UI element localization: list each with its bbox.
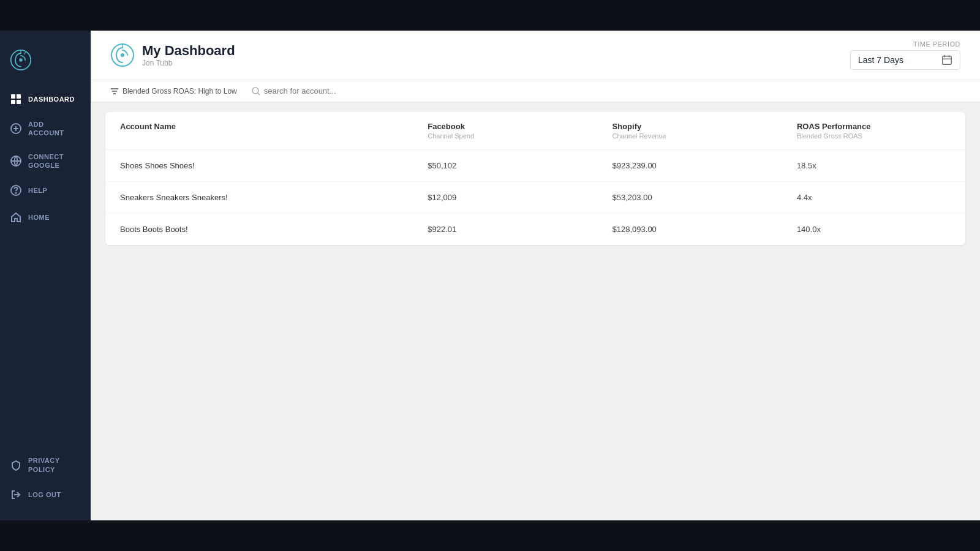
shield-icon	[10, 459, 22, 471]
col-header-facebook: Facebook Channel Spend	[428, 122, 612, 140]
svg-rect-18	[943, 56, 951, 65]
col-header-roas: ROAS Performance Blended Gross ROAS	[797, 122, 951, 140]
globe-icon	[10, 155, 22, 167]
svg-rect-5	[17, 94, 21, 99]
svg-point-1	[19, 58, 22, 61]
sidebar-item-connect-google-label: CONNECT GOOGLE	[28, 152, 81, 170]
sort-icon	[110, 87, 119, 96]
table-row[interactable]: Shoes Shoes Shoes! $50,102 $923,239.00 1…	[105, 150, 965, 182]
svg-point-16	[121, 53, 124, 57]
help-circle-icon	[10, 184, 22, 197]
sort-label: Blended Gross ROAS: High to Low	[123, 87, 237, 96]
sidebar-bottom: PRIVACY POLICY LOG OUT	[0, 449, 91, 508]
cell-roas-value: 140.0x	[797, 225, 951, 234]
search-container	[252, 86, 386, 96]
sidebar: DASHBOARD ADD ACCOUNT	[0, 31, 91, 520]
header-left: My Dashboard Jon Tubb	[110, 43, 235, 67]
svg-line-3	[24, 52, 26, 55]
sidebar-item-home[interactable]: HOME	[0, 204, 91, 231]
col-subtitle-roas: Blended Gross ROAS	[797, 132, 951, 140]
header-right: Time Period Last 7 Days	[850, 40, 960, 70]
cell-account-name: Sneakers Sneakers Sneakers!	[120, 193, 428, 202]
page-title: My Dashboard	[142, 43, 235, 59]
toolbar: Blended Gross ROAS: High to Low	[91, 80, 980, 102]
svg-line-26	[258, 93, 260, 95]
table-row[interactable]: Boots Boots Boots! $922.01 $128,093.00 1…	[105, 214, 965, 245]
table-rows-container: Shoes Shoes Shoes! $50,102 $923,239.00 1…	[105, 150, 965, 245]
sidebar-item-add-account[interactable]: ADD ACCOUNT	[0, 113, 91, 145]
col-title-shopify: Shopify	[612, 122, 797, 131]
sidebar-item-dashboard-label: DASHBOARD	[28, 95, 75, 103]
search-input[interactable]	[264, 86, 386, 96]
main-layout: DASHBOARD ADD ACCOUNT	[0, 31, 980, 520]
header-logo-icon	[110, 43, 135, 67]
cell-shopify-revenue: $923,239.00	[612, 161, 797, 170]
cell-roas-value: 18.5x	[797, 161, 951, 170]
cell-facebook-spend: $50,102	[428, 161, 612, 170]
sidebar-item-add-account-label: ADD ACCOUNT	[28, 120, 81, 138]
col-title-roas: ROAS Performance	[797, 122, 951, 131]
col-subtitle-facebook: Channel Spend	[428, 132, 612, 140]
cell-facebook-spend: $12,009	[428, 193, 612, 202]
bottom-bar	[0, 520, 980, 551]
table-row[interactable]: Sneakers Sneakers Sneakers! $12,009 $53,…	[105, 182, 965, 214]
time-period-label: Time Period	[913, 40, 960, 48]
col-header-shopify: Shopify Channel Revenue	[612, 122, 797, 140]
time-period-value: Last 7 Days	[858, 55, 903, 65]
sidebar-item-privacy-policy[interactable]: PRIVACY POLICY	[0, 449, 91, 481]
sidebar-logo	[0, 43, 91, 86]
time-period-selector[interactable]: Last 7 Days	[850, 50, 960, 70]
sidebar-item-privacy-policy-label: PRIVACY POLICY	[28, 456, 81, 474]
svg-rect-7	[17, 100, 21, 104]
brand-logo-icon	[10, 49, 32, 71]
grid-icon	[10, 93, 22, 105]
page-header: My Dashboard Jon Tubb Time Period Last 7…	[91, 31, 980, 80]
search-icon	[252, 87, 260, 96]
cell-shopify-revenue: $128,093.00	[612, 225, 797, 234]
cell-account-name: Shoes Shoes Shoes!	[120, 161, 428, 170]
sidebar-item-connect-google[interactable]: CONNECT GOOGLE	[0, 145, 91, 178]
sidebar-item-home-label: HOME	[28, 213, 50, 222]
log-out-icon	[10, 489, 22, 501]
sidebar-item-help[interactable]: HELP	[0, 177, 91, 204]
sidebar-item-log-out[interactable]: LOG OUT	[0, 481, 91, 508]
plus-circle-icon	[10, 122, 22, 135]
table-header: Account Name Facebook Channel Spend Shop…	[105, 112, 965, 150]
accounts-table: Account Name Facebook Channel Spend Shop…	[105, 112, 965, 245]
header-title-block: My Dashboard Jon Tubb	[142, 43, 235, 67]
sort-button[interactable]: Blended Gross ROAS: High to Low	[110, 87, 237, 96]
sidebar-item-help-label: HELP	[28, 186, 47, 195]
cell-facebook-spend: $922.01	[428, 225, 612, 234]
svg-rect-4	[11, 94, 15, 99]
svg-point-25	[252, 88, 258, 94]
cell-roas-value: 4.4x	[797, 193, 951, 202]
top-bar	[0, 0, 980, 31]
cell-account-name: Boots Boots Boots!	[120, 225, 428, 234]
col-subtitle-shopify: Channel Revenue	[612, 132, 797, 140]
home-icon	[10, 211, 22, 223]
col-header-account: Account Name	[120, 122, 428, 140]
sidebar-nav: DASHBOARD ADD ACCOUNT	[0, 86, 91, 449]
sidebar-item-log-out-label: LOG OUT	[28, 490, 61, 499]
col-title-facebook: Facebook	[428, 122, 612, 131]
svg-rect-6	[11, 100, 15, 104]
content-area: My Dashboard Jon Tubb Time Period Last 7…	[91, 31, 980, 520]
col-title-account: Account Name	[120, 122, 428, 131]
calendar-icon	[941, 54, 952, 66]
cell-shopify-revenue: $53,203.00	[612, 193, 797, 202]
header-subtitle: Jon Tubb	[142, 59, 235, 67]
svg-point-13	[15, 192, 16, 193]
sidebar-item-dashboard[interactable]: DASHBOARD	[0, 86, 91, 113]
